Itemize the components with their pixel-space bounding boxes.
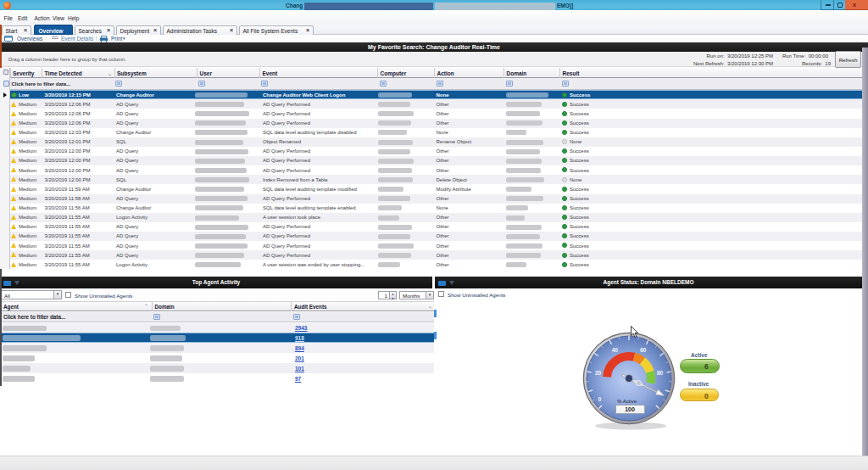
svg-text:80: 80	[657, 370, 664, 376]
svg-text:20: 20	[595, 370, 602, 376]
svg-text:60: 60	[640, 347, 647, 353]
svg-text:0: 0	[598, 396, 602, 402]
svg-text:40: 40	[612, 347, 619, 353]
